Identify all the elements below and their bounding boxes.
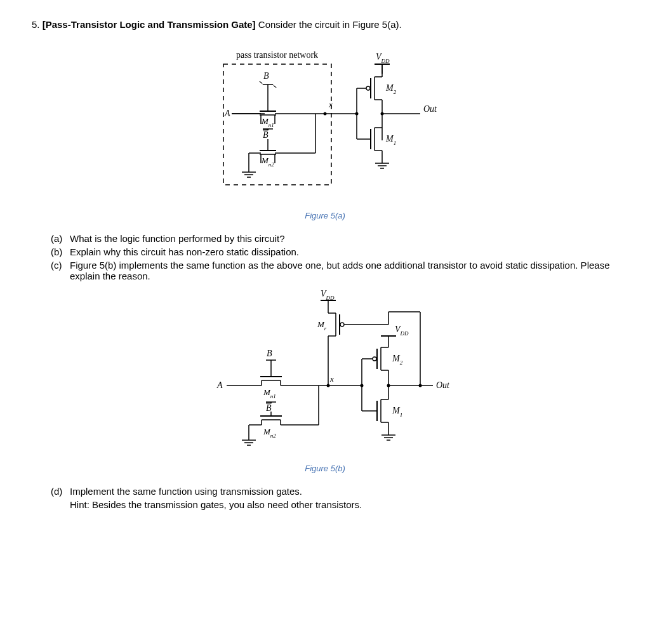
svg-text:VDD: VDD — [376, 52, 390, 64]
svg-point-141 — [361, 384, 364, 387]
svg-text:x: x — [329, 374, 334, 384]
part-c: Figure 5(b) implements the same function… — [51, 260, 618, 281]
svg-text:VDD: VDD — [395, 325, 409, 337]
svg-text:Mn2: Mn2 — [261, 156, 274, 168]
svg-text:Mn1: Mn1 — [261, 116, 274, 128]
svg-point-128 — [373, 357, 376, 361]
problem-stem: 5. [Pass-Transistor Logic and Transmissi… — [32, 19, 618, 30]
svg-text:B: B — [263, 130, 269, 140]
svg-text:M2: M2 — [392, 354, 403, 366]
svg-text:VDD: VDD — [321, 289, 335, 301]
part-b: Explain why this circuit has non-zero st… — [51, 246, 618, 257]
svg-text:M1: M1 — [392, 406, 402, 418]
figure-5a: pass transistor network A B Mn1 B̄ B Mn2… — [32, 39, 618, 206]
part-d-hint: Hint: Besides the transmission gates, yo… — [51, 499, 618, 510]
figure-5a-caption: Figure 5(a) — [32, 211, 618, 220]
svg-text:Out: Out — [436, 380, 450, 390]
svg-text:M1: M1 — [385, 134, 396, 146]
svg-point-145 — [419, 384, 422, 387]
svg-text:Out: Out — [423, 104, 437, 114]
svg-text:B: B — [266, 403, 272, 413]
svg-text:A: A — [224, 109, 230, 118]
svg-text:B: B — [263, 71, 269, 81]
parts-list: What is the logic function performed by … — [51, 233, 618, 281]
part-d: Implement the same function using transm… — [51, 486, 618, 497]
circuit-5b-svg: A B Mn1 B B Mn2 x VDD Mr V — [192, 285, 458, 457]
svg-point-69 — [355, 112, 359, 116]
svg-text:Mn2: Mn2 — [263, 427, 276, 439]
part-a: What is the logic function performed by … — [51, 233, 618, 244]
svg-text:x: x — [328, 100, 333, 109]
parts-list-2: Implement the same function using transm… — [51, 486, 618, 497]
problem-title: [Pass-Transistor Logic and Transmission … — [43, 19, 256, 30]
svg-point-115 — [340, 323, 344, 326]
svg-text:B: B — [267, 349, 272, 358]
circuit-5a-svg: pass transistor network A B Mn1 B̄ B Mn2… — [192, 39, 458, 204]
problem-number: 5 — [32, 19, 37, 30]
svg-point-72 — [381, 112, 384, 116]
label-pass-network: pass transistor network — [236, 50, 318, 60]
problem-rest: Consider the circuit in Figure 5(a). — [256, 19, 402, 30]
figure-5b: A B Mn1 B B Mn2 x VDD Mr V — [32, 285, 618, 459]
svg-text:A: A — [216, 380, 223, 390]
figure-5b-caption: Figure 5(b) — [32, 464, 618, 473]
svg-text:Mr: Mr — [317, 319, 327, 332]
svg-text:Mn1: Mn1 — [263, 387, 276, 399]
